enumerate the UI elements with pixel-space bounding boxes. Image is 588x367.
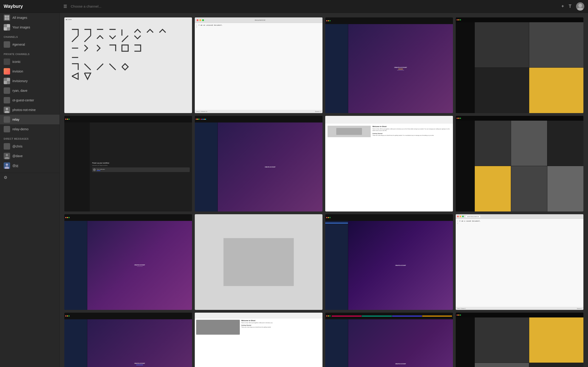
your-images-label: Your images — [12, 25, 30, 29]
dm-pj-label: @pj — [12, 164, 18, 167]
sidebar-item-your-images[interactable]: Your images — [0, 23, 60, 32]
image-card[interactable] — [456, 313, 583, 367]
image-card[interactable]: Power up your workflow automate your dig… — [64, 116, 192, 211]
svg-point-4 — [6, 154, 8, 156]
header-actions: + T — [561, 2, 584, 10]
channels-header: CHANNELS — [0, 32, 60, 40]
image-card[interactable] — [456, 17, 583, 113]
card-thumbnail: Welcome to Ghost Here's to that. We've p… — [325, 116, 453, 211]
image-grid: ■■□ section — [64, 17, 583, 367]
sidebar-item-photos-not-mine[interactable]: photos-not-mine — [0, 105, 60, 115]
svg-line-13 — [85, 64, 91, 70]
ryan-dave-label: ryan, dave — [12, 89, 27, 92]
font-icon[interactable]: T — [569, 4, 571, 9]
ot-guest-label: ot-guest-center — [12, 98, 34, 102]
image-card[interactable]: CREATE ACCOUNT — [64, 313, 192, 367]
private-channels-header: PRIVATE CHANNELS — [0, 49, 60, 57]
image-card[interactable]: CREATE ACCOUNT — [325, 214, 453, 310]
svg-line-9 — [85, 35, 91, 42]
svg-point-7 — [5, 167, 9, 169]
all-images-label: All images — [12, 16, 27, 19]
dm-dave-label: @dave — [12, 154, 23, 158]
relay-icon — [4, 116, 10, 123]
sidebar-item-ryan-dave[interactable]: ryan, dave — [0, 86, 60, 95]
card-thumbnail: Power up your workflow automate your dig… — [64, 116, 192, 211]
general-label: #general — [12, 43, 25, 46]
sidebar-item-relay[interactable]: relay — [0, 115, 60, 124]
dm-chris-icon — [4, 143, 10, 150]
card-thumbnail: CREATE ACCOUNT — [325, 17, 453, 113]
card-thumbnail: saved document.txt 1I am a saved documen… — [456, 214, 583, 310]
card-thumbnail: CREATE ACCOUNT — [195, 116, 322, 211]
sidebar-item-dm-dave[interactable]: @dave — [0, 151, 60, 161]
app-header: Waybury ☰ + T — [0, 0, 588, 13]
add-icon[interactable]: + — [561, 4, 564, 9]
user-avatar[interactable] — [576, 2, 584, 10]
app-logo: Waybury — [4, 4, 63, 9]
svg-point-5 — [5, 157, 9, 159]
general-icon — [4, 41, 10, 48]
relay-demo-label: relay-demo — [12, 127, 28, 131]
svg-point-6 — [6, 164, 8, 166]
dm-header: DIRECT MESSAGES — [0, 134, 60, 142]
image-card[interactable]: Welcome to Ghost Here's to that. We've p… — [325, 116, 453, 211]
image-card[interactable]: CREATE ACCOUNT — [325, 313, 453, 367]
settings-icon[interactable]: ⚙ — [4, 175, 7, 180]
image-card[interactable]: CREATE ACCOUNT — [195, 116, 322, 211]
main-layout: All images Your images CHANNELS #general… — [0, 13, 588, 367]
sidebar: All images Your images CHANNELS #general… — [0, 13, 60, 367]
all-images-icon — [4, 15, 10, 21]
sidebar-item-invisionury[interactable]: invisionury — [0, 76, 60, 86]
card-thumbnail: CREATE ACCOUNT — [64, 313, 192, 367]
invision-label: invision — [12, 69, 23, 73]
invision-icon — [4, 68, 10, 75]
image-card[interactable]: document.txt 1I am an unsaved document. … — [195, 17, 322, 113]
card-thumbnail: document.txt 1I am an unsaved document. … — [195, 17, 322, 113]
menu-icon[interactable]: ☰ — [63, 4, 67, 9]
card-thumbnail — [456, 116, 583, 211]
image-card[interactable] — [456, 116, 583, 211]
sidebar-item-dm-pj[interactable]: @pj — [0, 161, 60, 170]
image-card[interactable]: saved document.txt 1I am a saved documen… — [456, 214, 583, 310]
iconic-label: iconic — [12, 60, 21, 64]
channel-search-input[interactable] — [71, 4, 561, 8]
svg-point-2 — [6, 108, 8, 110]
card-thumbnail: CREATE ACCOUNT — [64, 214, 192, 310]
sidebar-item-invision[interactable]: invision — [0, 67, 60, 76]
sidebar-item-dm-chris[interactable]: @chris — [0, 142, 60, 151]
photos-not-mine-label: photos-not-mine — [12, 108, 36, 112]
card-thumbnail: CREATE ACCOUNT — [325, 313, 453, 367]
card-thumbnail: Welcome to Ghost Here's to that. We've p… — [195, 313, 322, 367]
image-card[interactable]: CREATE ACCOUNT — [64, 214, 192, 310]
image-card[interactable]: Welcome to Ghost Here's to that. We've p… — [195, 313, 322, 367]
sidebar-item-iconic[interactable]: iconic — [0, 57, 60, 67]
card-thumbnail — [456, 17, 583, 113]
image-card[interactable] — [195, 214, 322, 310]
sidebar-item-all-images[interactable]: All images — [0, 13, 60, 23]
sidebar-item-ot-guest-center[interactable]: ot-guest-center — [0, 95, 60, 105]
image-grid-container: ■■□ section — [60, 13, 588, 367]
dm-pj-icon — [4, 162, 10, 169]
card-thumbnail — [195, 214, 322, 310]
card-thumbnail: CREATE ACCOUNT — [325, 214, 453, 310]
svg-point-0 — [578, 4, 582, 7]
your-images-icon — [4, 24, 10, 31]
sidebar-item-relay-demo[interactable]: relay-demo — [0, 124, 60, 134]
svg-rect-11 — [122, 45, 128, 51]
image-card[interactable]: ■■□ section — [64, 17, 192, 113]
relay-label: relay — [12, 118, 19, 121]
image-card[interactable]: CREATE ACCOUNT — [325, 17, 453, 113]
dm-dave-icon — [4, 153, 10, 159]
iconic-icon — [4, 58, 10, 65]
photos-not-mine-icon — [4, 107, 10, 113]
dm-chris-label: @chris — [12, 144, 23, 148]
invisionury-icon — [4, 78, 10, 84]
card-thumbnail — [456, 313, 583, 367]
svg-line-8 — [72, 35, 78, 42]
card-thumbnail: ■■□ section — [64, 17, 192, 113]
svg-point-3 — [5, 111, 9, 113]
svg-point-1 — [577, 8, 583, 10]
relay-demo-icon — [4, 126, 10, 132]
ot-guest-icon — [4, 97, 10, 103]
sidebar-item-general[interactable]: #general — [0, 40, 60, 49]
